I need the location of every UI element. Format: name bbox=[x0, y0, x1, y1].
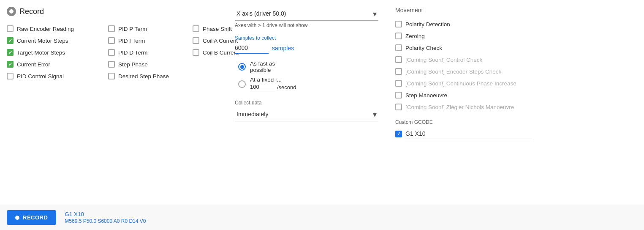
movement-checkbox-step-manoeuvre[interactable] bbox=[395, 92, 402, 99]
radio-fixed-rate-label: At a fixed r... bbox=[250, 77, 296, 83]
movement-label-zeroing: Zeroing bbox=[405, 33, 425, 39]
record-panel: Record Raw Encoder Reading Current Motor… bbox=[7, 7, 226, 205]
radio-fixed-rate-circle[interactable] bbox=[238, 80, 246, 88]
gcode-display: G1 X10 M569.5 P50.0 S6000 A0 R0 D14 V0 bbox=[65, 211, 146, 224]
checkbox-pid-i-label: PID I Term bbox=[118, 38, 145, 44]
checkbox-pid-d-box[interactable] bbox=[108, 49, 115, 56]
checkbox-pid-control-label: PID Control Signal bbox=[17, 73, 64, 79]
checkbox-phase-shift-box[interactable] bbox=[193, 25, 199, 32]
checkbox-step-phase-label: Step Phase bbox=[118, 61, 148, 68]
radio-as-fast[interactable]: As fast as possible bbox=[238, 60, 378, 73]
main-container: Record Raw Encoder Reading Current Motor… bbox=[0, 0, 644, 230]
custom-gcode-checkbox[interactable] bbox=[395, 131, 402, 137]
movement-checkbox-polarity-check[interactable] bbox=[395, 44, 402, 51]
movement-item-polarity-check[interactable]: Polarity Check bbox=[395, 42, 637, 53]
checkbox-pid-p[interactable]: PID P Term bbox=[108, 23, 193, 35]
movement-checkbox-polarity-detection[interactable] bbox=[395, 21, 402, 27]
samples-row: samples bbox=[235, 43, 378, 54]
rate-unit: /second bbox=[277, 84, 296, 90]
checkbox-step-phase-box[interactable] bbox=[108, 61, 115, 68]
record-button-dot bbox=[15, 216, 19, 220]
movement-item-zeroing[interactable]: Zeroing bbox=[395, 30, 637, 41]
checkbox-current-error-label: Current Error bbox=[17, 61, 50, 68]
middle-panel: X axis (driver 50.0) Y axis Z axis ▾ Axe… bbox=[226, 7, 378, 205]
checkbox-pid-control[interactable]: PID Control Signal bbox=[7, 70, 108, 82]
checkbox-current-motor-label: Current Motor Steps bbox=[17, 38, 68, 44]
checkbox-coil-b-box[interactable] bbox=[193, 49, 199, 56]
movement-label-encoder-steps-check: [Coming Soon!] Encoder Steps Check bbox=[405, 68, 501, 75]
movement-checkbox-zeroing[interactable] bbox=[395, 33, 402, 39]
checkbox-raw-encoder[interactable]: Raw Encoder Reading bbox=[7, 23, 108, 35]
movement-item-polarity-detection[interactable]: Polarity Detection bbox=[395, 19, 637, 30]
gcode-line2: M569.5 P50.0 S6000 A0 R0 D14 V0 bbox=[65, 218, 146, 224]
movement-panel: Movement Polarity Detection Zeroing Pola… bbox=[378, 7, 637, 205]
custom-gcode-input[interactable] bbox=[405, 129, 532, 139]
radio-as-fast-label2: possible bbox=[250, 67, 275, 73]
checkbox-pid-d[interactable]: PID D Term bbox=[108, 47, 193, 58]
movement-items: Polarity Detection Zeroing Polarity Chec… bbox=[395, 19, 637, 112]
checkbox-target-motor[interactable]: Target Motor Steps bbox=[7, 47, 108, 58]
movement-label-polarity-detection: Polarity Detection bbox=[405, 21, 450, 27]
movement-checkbox-control-check[interactable] bbox=[395, 56, 402, 63]
axis-select-wrapper: X axis (driver 50.0) Y axis Z axis ▾ bbox=[235, 7, 378, 21]
movement-label-polarity-check: Polarity Check bbox=[405, 45, 442, 51]
checkbox-target-motor-label: Target Motor Steps bbox=[17, 49, 65, 56]
checkbox-col2: PID P Term PID I Term PID D Term Step Ph… bbox=[108, 23, 193, 82]
collect-data-select[interactable]: Immediately On trigger bbox=[235, 107, 378, 121]
record-button[interactable]: RECORD bbox=[7, 210, 56, 225]
custom-gcode-section: Custom GCODE bbox=[395, 119, 637, 139]
samples-unit: samples bbox=[272, 45, 294, 52]
checkbox-raw-encoder-label: Raw Encoder Reading bbox=[17, 26, 74, 32]
checkbox-pid-i-box[interactable] bbox=[108, 37, 115, 44]
checkbox-target-motor-box[interactable] bbox=[7, 49, 14, 56]
custom-gcode-section-label: Custom GCODE bbox=[395, 119, 637, 125]
checkboxes-grid: Raw Encoder Reading Current Motor Steps … bbox=[7, 23, 226, 82]
samples-label: Samples to collect bbox=[235, 35, 378, 41]
record-header: Record bbox=[7, 7, 226, 16]
rate-radio-group: As fast as possible At a fixed r... /sec… bbox=[238, 60, 378, 91]
checkbox-pid-p-label: PID P Term bbox=[118, 26, 147, 32]
checkbox-current-error[interactable]: Current Error bbox=[7, 58, 108, 70]
checkbox-pid-p-box[interactable] bbox=[108, 25, 115, 32]
checkbox-current-motor[interactable]: Current Motor Steps bbox=[7, 35, 108, 47]
record-button-label: RECORD bbox=[23, 214, 48, 221]
checkbox-pid-control-box[interactable] bbox=[7, 73, 14, 79]
top-section: Record Raw Encoder Reading Current Motor… bbox=[0, 0, 644, 205]
checkbox-pid-d-label: PID D Term bbox=[118, 49, 148, 56]
checkbox-pid-i[interactable]: PID I Term bbox=[108, 35, 193, 47]
movement-item-encoder-steps-check[interactable]: [Coming Soon!] Encoder Steps Check bbox=[395, 66, 637, 77]
rec-icon bbox=[7, 7, 16, 16]
collect-data-section: Collect data Immediately On trigger ▾ bbox=[235, 100, 378, 121]
movement-item-ziegler-nichols[interactable]: [Coming Soon!] Ziegler Nichols Manoeuvre bbox=[395, 101, 637, 112]
gcode-line1: G1 X10 bbox=[65, 211, 146, 217]
movement-item-control-check[interactable]: [Coming Soon!] Control Check bbox=[395, 54, 637, 65]
checkbox-raw-encoder-box[interactable] bbox=[7, 25, 14, 32]
samples-input[interactable] bbox=[235, 43, 269, 54]
checkbox-desired-step-phase-box[interactable] bbox=[108, 73, 115, 79]
checkbox-current-error-box[interactable] bbox=[7, 61, 14, 68]
movement-label-step-manoeuvre: Step Manoeuvre bbox=[405, 92, 447, 99]
radio-fixed-rate[interactable]: At a fixed r... /second bbox=[238, 77, 378, 91]
radio-as-fast-label-group: As fast as possible bbox=[250, 60, 275, 73]
movement-checkbox-encoder-steps-check[interactable] bbox=[395, 68, 402, 75]
bottom-bar: RECORD G1 X10 M569.5 P50.0 S6000 A0 R0 D… bbox=[0, 205, 644, 230]
movement-label-ziegler-nichols: [Coming Soon!] Ziegler Nichols Manoeuvre bbox=[405, 104, 514, 110]
movement-title: Movement bbox=[395, 7, 637, 14]
checkbox-current-motor-box[interactable] bbox=[7, 37, 14, 44]
radio-as-fast-circle[interactable] bbox=[238, 63, 246, 71]
checkbox-desired-step-phase[interactable]: Desired Step Phase bbox=[108, 70, 193, 82]
checkbox-step-phase[interactable]: Step Phase bbox=[108, 58, 193, 70]
checkbox-col1: Raw Encoder Reading Current Motor Steps … bbox=[7, 23, 108, 82]
radio-fixed-rate-label-group: At a fixed r... /second bbox=[250, 77, 296, 91]
rec-icon-inner bbox=[9, 9, 14, 14]
movement-label-continuous-phase: [Coming Soon!] Continuous Phase Increase bbox=[405, 80, 516, 87]
movement-item-step-manoeuvre[interactable]: Step Manoeuvre bbox=[395, 90, 637, 101]
custom-gcode-row bbox=[395, 129, 637, 139]
checkbox-coil-a-box[interactable] bbox=[193, 37, 199, 44]
collect-data-label: Collect data bbox=[235, 100, 378, 106]
rate-input[interactable] bbox=[250, 83, 275, 91]
movement-checkbox-continuous-phase[interactable] bbox=[395, 80, 402, 87]
axis-select[interactable]: X axis (driver 50.0) Y axis Z axis bbox=[235, 7, 378, 21]
movement-checkbox-ziegler-nichols[interactable] bbox=[395, 104, 402, 110]
movement-item-continuous-phase[interactable]: [Coming Soon!] Continuous Phase Increase bbox=[395, 78, 637, 89]
